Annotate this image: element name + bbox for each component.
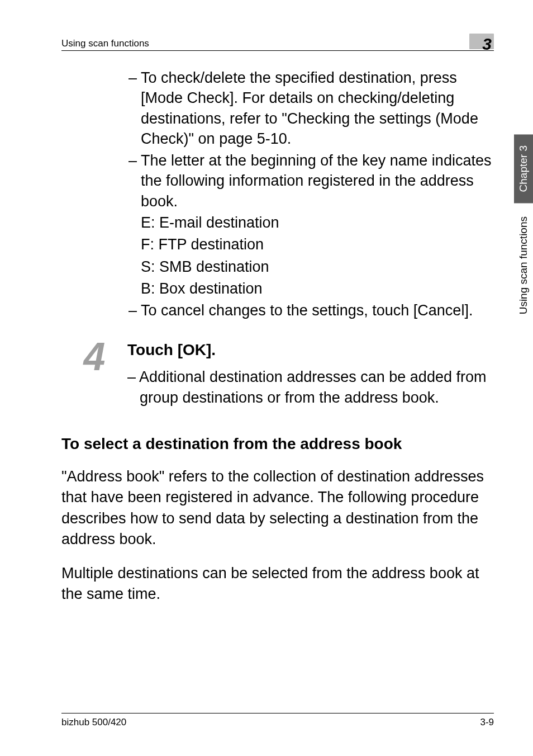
body-paragraph: "Address book" refers to the collection … <box>61 466 494 550</box>
bullet-item: – To cancel changes to the settings, tou… <box>129 300 494 320</box>
bullet-item: – The letter at the beginning of the key… <box>129 150 494 211</box>
bullet-subitem: S: SMB destination <box>129 257 494 277</box>
side-tab-chapter: Chapter 3 <box>514 134 533 203</box>
bullet-block: – To check/delete the specified destinat… <box>129 68 494 321</box>
page-header: Using scan functions 3 <box>61 34 494 51</box>
header-title: Using scan functions <box>61 38 149 49</box>
side-tab-title: Using scan functions <box>514 211 533 320</box>
page-container: Using scan functions 3 – To check/delete… <box>0 0 533 756</box>
bullet-subitem: B: Box destination <box>129 278 494 299</box>
chapter-box: 3 <box>469 34 494 49</box>
body-paragraph: Multiple destinations can be selected fr… <box>61 563 494 605</box>
bullet-subitem: F: FTP destination <box>129 234 494 255</box>
page-footer: bizhub 500/420 3-9 <box>61 713 494 728</box>
chapter-badge: 3 <box>469 34 494 49</box>
step-body: Touch [OK]. – Additional destination add… <box>127 341 494 409</box>
step-title: Touch [OK]. <box>127 341 494 359</box>
footer-left: bizhub 500/420 <box>61 717 126 728</box>
bullet-subitem: E: E-mail destination <box>129 212 494 233</box>
step-note: – Additional destination addresses can b… <box>127 367 494 409</box>
section-heading: To select a destination from the address… <box>61 435 494 453</box>
bullet-item: – To check/delete the specified destinat… <box>129 68 494 149</box>
chapter-number: 3 <box>482 36 492 53</box>
step-row: 4 Touch [OK]. – Additional destination a… <box>78 341 494 409</box>
step-number: 4 <box>78 341 111 372</box>
side-tab: Chapter 3 Using scan functions <box>514 134 533 320</box>
footer-right: 3-9 <box>480 717 494 728</box>
